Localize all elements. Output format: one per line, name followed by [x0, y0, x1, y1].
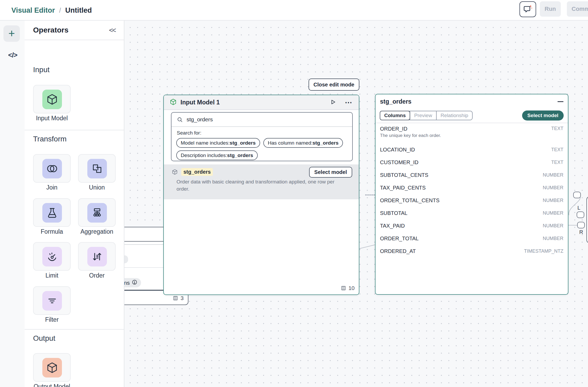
chat-sparkle-icon [523, 4, 533, 15]
edge-line [359, 244, 375, 249]
collapse-node-icon[interactable] [558, 98, 563, 105]
search-result-row[interactable]: stg_orders Select model Order data with … [164, 164, 359, 199]
column-row: ORDER_TOTAL NUMBER [380, 232, 563, 245]
input-node-header: Input Model 1 ⋯ [164, 95, 359, 110]
column-row: LOCATION_ID TEXT [380, 143, 563, 156]
port-handle-right[interactable] [577, 222, 585, 228]
add-button[interactable]: + [3, 25, 20, 42]
search-suggestions: Model name includes: stg_orders Has colu… [171, 137, 352, 161]
breadcrumb: Visual Editor / Untitled [11, 0, 92, 21]
result-description: Order data with basic cleaning and trans… [177, 178, 346, 192]
search-for-label: Search for: [171, 127, 352, 137]
cube-icon [170, 98, 177, 107]
model-search-box: stg_orders Search for: Model name includ… [171, 112, 353, 161]
join-icon [42, 159, 62, 178]
cube-icon [42, 358, 62, 377]
operators-panel-header: Operators << [25, 21, 124, 40]
collapse-panel-button[interactable]: << [109, 26, 115, 34]
stg-node-tabs: Columns Preview Relationship [380, 111, 473, 120]
tab-preview[interactable]: Preview [410, 111, 436, 120]
column-row: SUBTOTAL NUMBER [380, 207, 563, 219]
sort-icon [87, 247, 107, 266]
operator-label-aggregation: Aggregation [73, 228, 121, 235]
operator-join[interactable] [33, 154, 71, 183]
section-divider [25, 329, 124, 330]
hierarchy-icon [87, 203, 107, 223]
page-title: Untitled [65, 6, 92, 15]
column-row: ORDERED_AT TIMESTAMP_NTZ [380, 245, 563, 257]
run-button[interactable]: Run [540, 1, 561, 17]
breadcrumb-separator: / [59, 7, 61, 14]
select-model-button[interactable]: Select model [522, 110, 564, 121]
edge-line [568, 225, 577, 225]
operator-label-input-model: Input Model [28, 115, 76, 122]
search-value: stg_orders [187, 116, 213, 123]
flask-icon [42, 203, 62, 223]
operator-formula[interactable] [33, 198, 71, 227]
stg-node-header: stg_orders [376, 94, 568, 109]
ai-assistant-button[interactable] [519, 1, 536, 17]
section-divider [25, 130, 124, 130]
column-row: SUBTOTAL_CENTS NUMBER [380, 169, 563, 181]
union-icon [87, 159, 107, 178]
node-title: stg_orders [380, 98, 411, 105]
operator-label-filter: Filter [28, 316, 76, 323]
operator-label-union: Union [73, 184, 121, 191]
edge-dashed [365, 195, 375, 195]
gauge-icon [42, 247, 62, 266]
operators-panel: Operators << Input Input Model Transform… [25, 21, 124, 387]
select-model-button[interactable]: Select model [309, 167, 352, 178]
search-icon [177, 117, 183, 123]
close-edit-mode-button[interactable]: Close edit mode [309, 79, 359, 91]
badge-fragment [124, 255, 128, 263]
operator-input-model[interactable] [33, 85, 71, 113]
more-menu-icon[interactable]: ⋯ [345, 98, 353, 107]
suggestion-chip-description[interactable]: Description includes: stg_orders [176, 150, 258, 160]
operator-label-formula: Formula [28, 228, 76, 235]
suggestion-chip-model-name[interactable]: Model name includes: stg_orders [176, 138, 260, 148]
play-icon[interactable] [329, 99, 336, 106]
operator-limit[interactable] [33, 242, 71, 271]
tab-relationship[interactable]: Relationship [436, 111, 472, 120]
flow-canvas[interactable]: ns 3 L R Close edit mode Input Model [124, 21, 588, 387]
suggestion-chip-has-column[interactable]: Has column named: stg_orders [263, 138, 343, 148]
column-row: ORDER_TOTAL_CENTS NUMBER [380, 194, 563, 207]
top-bar: Visual Editor / Untitled Run Comm [0, 0, 588, 21]
commit-button[interactable]: Comm [567, 1, 588, 17]
section-label-transform: Transform [33, 135, 67, 143]
operator-filter[interactable] [33, 286, 71, 315]
input-model-node[interactable]: Input Model 1 ⋯ stg_orders Search for: M… [163, 95, 359, 295]
offscreen-node[interactable] [586, 196, 588, 243]
columns-info-badge: ns [124, 278, 141, 287]
operator-union[interactable] [78, 154, 116, 183]
column-count: 10 [341, 285, 355, 291]
operators-title: Operators [33, 26, 69, 34]
column-row: TAX_PAID NUMBER [380, 219, 563, 232]
section-label-output: Output [33, 334, 55, 343]
node-title: Input Model 1 [180, 99, 220, 106]
port-handle-left[interactable] [577, 211, 584, 218]
port-left-label: L [577, 205, 580, 211]
operator-label-join: Join [28, 184, 76, 191]
filter-icon [42, 291, 62, 311]
operator-order[interactable] [78, 242, 116, 271]
operator-label-limit: Limit [28, 272, 76, 279]
badge-label: ns [124, 280, 130, 286]
info-icon [132, 279, 137, 286]
operator-output-model[interactable] [33, 353, 71, 382]
code-view-button[interactable]: </> [5, 50, 20, 60]
columns-icon [173, 295, 178, 301]
port-handle[interactable] [573, 192, 581, 198]
operator-label-output-model: Output Model [28, 383, 76, 387]
left-rail: + </> [0, 21, 25, 387]
cube-icon [172, 169, 178, 175]
search-input[interactable]: stg_orders [171, 113, 352, 127]
section-label-input: Input [33, 66, 49, 74]
column-row: CUSTOMER_ID TEXT [380, 156, 563, 169]
tab-columns[interactable]: Columns [380, 111, 410, 120]
operator-aggregation[interactable] [78, 198, 116, 227]
breadcrumb-root-link[interactable]: Visual Editor [11, 6, 55, 15]
columns-list: ORDER_ID TEXT The unique key for each or… [376, 123, 568, 294]
stg-orders-node[interactable]: stg_orders Columns Preview Relationship … [375, 94, 568, 295]
cube-icon [42, 90, 62, 109]
